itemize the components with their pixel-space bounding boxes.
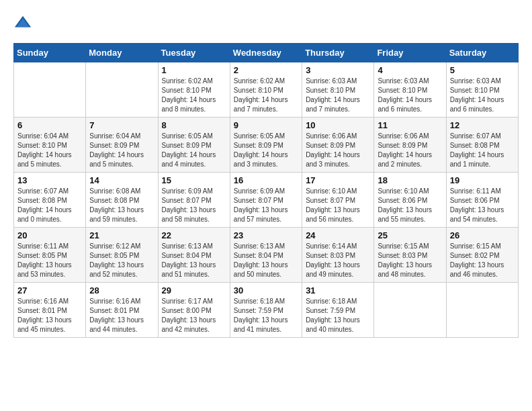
day-cell: 9Sunrise: 6:05 AM Sunset: 8:09 PM Daylig… [230,118,302,173]
day-number: 23 [234,230,298,240]
day-info: Sunrise: 6:04 AM Sunset: 8:09 PM Dayligh… [89,132,154,169]
day-number: 22 [162,230,226,240]
day-number: 21 [89,230,154,240]
day-info: Sunrise: 6:11 AM Sunset: 8:06 PM Dayligh… [450,187,515,224]
day-info: Sunrise: 6:18 AM Sunset: 7:59 PM Dayligh… [234,297,298,334]
day-info: Sunrise: 6:06 AM Sunset: 8:09 PM Dayligh… [306,132,370,169]
day-number: 18 [378,175,442,185]
day-cell: 28Sunrise: 6:16 AM Sunset: 8:01 PM Dayli… [86,283,158,338]
weekday-header-wednesday: Wednesday [230,44,302,62]
day-cell: 6Sunrise: 6:04 AM Sunset: 8:10 PM Daylig… [14,118,86,173]
day-number: 4 [378,65,442,75]
day-cell: 10Sunrise: 6:06 AM Sunset: 8:09 PM Dayli… [302,118,374,173]
day-cell: 14Sunrise: 6:08 AM Sunset: 8:08 PM Dayli… [86,173,158,228]
day-number: 17 [306,175,370,185]
day-info: Sunrise: 6:07 AM Sunset: 8:08 PM Dayligh… [450,132,515,169]
day-cell: 31Sunrise: 6:18 AM Sunset: 7:59 PM Dayli… [302,283,374,338]
day-number: 7 [89,120,154,130]
day-cell: 30Sunrise: 6:18 AM Sunset: 7:59 PM Dayli… [230,283,302,338]
day-cell: 17Sunrise: 6:10 AM Sunset: 8:07 PM Dayli… [302,173,374,228]
day-info: Sunrise: 6:06 AM Sunset: 8:09 PM Dayligh… [378,132,442,169]
day-info: Sunrise: 6:17 AM Sunset: 8:00 PM Dayligh… [162,297,226,334]
page-header [13,13,519,32]
day-info: Sunrise: 6:15 AM Sunset: 8:03 PM Dayligh… [378,242,442,279]
day-cell: 2Sunrise: 6:02 AM Sunset: 8:10 PM Daylig… [230,62,302,118]
day-cell: 20Sunrise: 6:11 AM Sunset: 8:05 PM Dayli… [14,228,86,283]
day-info: Sunrise: 6:10 AM Sunset: 8:07 PM Dayligh… [306,187,370,224]
weekday-header-saturday: Saturday [446,44,518,62]
day-info: Sunrise: 6:03 AM Sunset: 8:10 PM Dayligh… [306,77,370,114]
day-cell [446,283,518,338]
day-info: Sunrise: 6:16 AM Sunset: 8:01 PM Dayligh… [89,297,154,334]
calendar-table: SundayMondayTuesdayWednesdayThursdayFrid… [13,43,519,338]
day-number: 2 [234,65,298,75]
day-number: 13 [17,175,82,185]
day-info: Sunrise: 6:13 AM Sunset: 8:04 PM Dayligh… [234,242,298,279]
day-info: Sunrise: 6:13 AM Sunset: 8:04 PM Dayligh… [162,242,226,279]
day-info: Sunrise: 6:03 AM Sunset: 8:10 PM Dayligh… [450,77,515,114]
day-info: Sunrise: 6:09 AM Sunset: 8:07 PM Dayligh… [162,187,226,224]
weekday-header-row: SundayMondayTuesdayWednesdayThursdayFrid… [14,44,519,62]
day-cell: 5Sunrise: 6:03 AM Sunset: 8:10 PM Daylig… [446,62,518,118]
day-info: Sunrise: 6:07 AM Sunset: 8:08 PM Dayligh… [17,187,82,224]
weekday-header-sunday: Sunday [14,44,86,62]
day-cell: 25Sunrise: 6:15 AM Sunset: 8:03 PM Dayli… [374,228,446,283]
day-number: 25 [378,230,442,240]
day-info: Sunrise: 6:09 AM Sunset: 8:07 PM Dayligh… [234,187,298,224]
day-cell [14,62,86,118]
day-number: 3 [306,65,370,75]
day-info: Sunrise: 6:02 AM Sunset: 8:10 PM Dayligh… [234,77,298,114]
day-number: 12 [450,120,515,130]
day-cell: 8Sunrise: 6:05 AM Sunset: 8:09 PM Daylig… [158,118,230,173]
day-cell: 24Sunrise: 6:14 AM Sunset: 8:03 PM Dayli… [302,228,374,283]
day-cell [374,283,446,338]
day-cell: 27Sunrise: 6:16 AM Sunset: 8:01 PM Dayli… [14,283,86,338]
week-row-5: 27Sunrise: 6:16 AM Sunset: 8:01 PM Dayli… [14,283,519,338]
week-row-3: 13Sunrise: 6:07 AM Sunset: 8:08 PM Dayli… [14,173,519,228]
day-number: 5 [450,65,515,75]
day-number: 19 [450,175,515,185]
day-number: 1 [162,65,226,75]
weekday-header-friday: Friday [374,44,446,62]
day-cell: 23Sunrise: 6:13 AM Sunset: 8:04 PM Dayli… [230,228,302,283]
day-info: Sunrise: 6:14 AM Sunset: 8:03 PM Dayligh… [306,242,370,279]
day-number: 16 [234,175,298,185]
day-number: 31 [306,285,370,295]
weekday-header-thursday: Thursday [302,44,374,62]
day-cell: 29Sunrise: 6:17 AM Sunset: 8:00 PM Dayli… [158,283,230,338]
day-cell: 26Sunrise: 6:15 AM Sunset: 8:02 PM Dayli… [446,228,518,283]
day-info: Sunrise: 6:02 AM Sunset: 8:10 PM Dayligh… [162,77,226,114]
day-info: Sunrise: 6:11 AM Sunset: 8:05 PM Dayligh… [17,242,82,279]
day-number: 11 [378,120,442,130]
day-cell: 4Sunrise: 6:03 AM Sunset: 8:10 PM Daylig… [374,62,446,118]
day-number: 27 [17,285,82,295]
day-info: Sunrise: 6:05 AM Sunset: 8:09 PM Dayligh… [162,132,226,169]
day-number: 20 [17,230,82,240]
day-cell: 21Sunrise: 6:12 AM Sunset: 8:05 PM Dayli… [86,228,158,283]
day-number: 10 [306,120,370,130]
logo-icon [13,13,32,32]
day-number: 14 [89,175,154,185]
day-cell: 13Sunrise: 6:07 AM Sunset: 8:08 PM Dayli… [14,173,86,228]
day-info: Sunrise: 6:18 AM Sunset: 7:59 PM Dayligh… [306,297,370,334]
week-row-2: 6Sunrise: 6:04 AM Sunset: 8:10 PM Daylig… [14,118,519,173]
day-cell: 22Sunrise: 6:13 AM Sunset: 8:04 PM Dayli… [158,228,230,283]
day-cell: 3Sunrise: 6:03 AM Sunset: 8:10 PM Daylig… [302,62,374,118]
day-number: 28 [89,285,154,295]
weekday-header-tuesday: Tuesday [158,44,230,62]
day-cell: 7Sunrise: 6:04 AM Sunset: 8:09 PM Daylig… [86,118,158,173]
day-number: 9 [234,120,298,130]
day-info: Sunrise: 6:08 AM Sunset: 8:08 PM Dayligh… [89,187,154,224]
week-row-1: 1Sunrise: 6:02 AM Sunset: 8:10 PM Daylig… [14,62,519,118]
day-info: Sunrise: 6:10 AM Sunset: 8:06 PM Dayligh… [378,187,442,224]
day-cell: 11Sunrise: 6:06 AM Sunset: 8:09 PM Dayli… [374,118,446,173]
day-cell: 16Sunrise: 6:09 AM Sunset: 8:07 PM Dayli… [230,173,302,228]
day-number: 6 [17,120,82,130]
logo [13,13,35,32]
day-info: Sunrise: 6:05 AM Sunset: 8:09 PM Dayligh… [234,132,298,169]
day-cell: 15Sunrise: 6:09 AM Sunset: 8:07 PM Dayli… [158,173,230,228]
week-row-4: 20Sunrise: 6:11 AM Sunset: 8:05 PM Dayli… [14,228,519,283]
day-info: Sunrise: 6:12 AM Sunset: 8:05 PM Dayligh… [89,242,154,279]
day-info: Sunrise: 6:15 AM Sunset: 8:02 PM Dayligh… [450,242,515,279]
day-info: Sunrise: 6:03 AM Sunset: 8:10 PM Dayligh… [378,77,442,114]
